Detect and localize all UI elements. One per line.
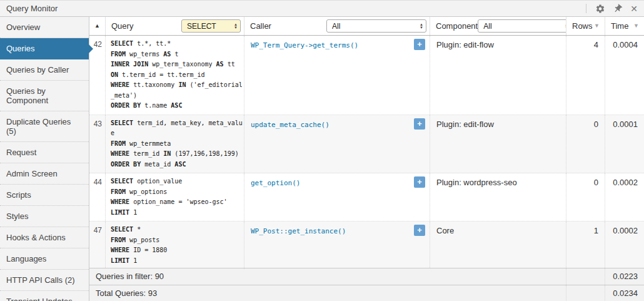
sidebar: Overview Queries Queries by Caller Queri… [0,17,89,301]
query-time: 0.0001 [605,115,644,173]
footer-rows-total [566,285,605,301]
caller-link[interactable]: WP_Post::get_instance() [251,227,346,235]
query-number: 44 [89,173,105,221]
sidebar-item-label: Admin Screen [6,169,58,178]
query-caller-cell: get_option() + [244,173,430,221]
sidebar-item-label: Styles [6,212,28,221]
query-caller-cell: update_meta_cache() + [244,115,430,173]
titlebar-divider [586,4,586,13]
footer-row: Queries in filter: 90 0.0223 [89,268,644,285]
footer-rows-total [566,268,605,285]
expand-caller-button[interactable]: + [414,39,425,50]
query-number: 47 [89,222,105,269]
sidebar-item-languages[interactable]: Languages [0,248,89,270]
query-sql: SELECT t.*, tt.*FROM wp_terms AS tINNER … [105,36,244,115]
settings-button[interactable] [595,4,605,14]
query-table-body: 42 SELECT t.*, tt.*FROM wp_terms AS tINN… [89,36,644,268]
header-time: Time ▼ [605,17,644,35]
query-time: 0.0004 [605,36,644,115]
sidebar-item-label: Hooks & Actions [6,233,66,242]
component-filter[interactable]: All [478,19,566,33]
titlebar: Query Monitor ✕ [0,1,644,17]
caller-link[interactable]: update_meta_cache() [251,121,330,129]
query-component: Core [430,222,566,269]
expand-caller-button[interactable]: + [414,225,425,236]
component-column-label: Component [430,21,478,31]
sidebar-item-queries-by-component[interactable]: Queries by Component [0,81,89,111]
rows-column-label: Rows [572,21,593,31]
footer-time-total: 0.0234 [605,285,644,301]
footer-row: Total Queries: 93 0.0234 [89,285,644,301]
time-column-label: Time [611,21,628,31]
panel-title: Query Monitor [6,4,58,13]
query-rows-count: 1 [566,222,605,269]
header-sort-column: ▲ [89,17,105,35]
footer-time-total: 0.0223 [605,268,644,285]
query-caller-cell: WP_Term_Query->get_terms() + [244,36,430,115]
titlebar-actions: ✕ [586,4,638,14]
sidebar-item-label: Overview [6,23,40,32]
time-sort-icon[interactable]: ▼ [632,22,640,30]
query-time: 0.0002 [605,173,644,221]
caller-link[interactable]: get_option() [251,179,300,187]
query-row: 47 SELECT *FROM wp_postsWHERE ID = 1880L… [89,222,644,269]
caller-filter[interactable]: All [326,19,426,33]
query-number: 43 [89,115,105,173]
pin-icon [613,4,623,14]
sidebar-item-styles[interactable]: Styles [0,206,89,227]
caller-link[interactable]: WP_Term_Query->get_terms() [251,41,358,49]
query-caller-cell: WP_Post::get_instance() + [244,222,430,269]
gear-icon [595,4,605,14]
sidebar-item-label: Scripts [6,190,31,200]
table-header-row: ▲ Query SELECT ▲▼ Caller All [89,17,644,36]
sidebar-item-overview[interactable]: Overview [0,17,89,38]
sidebar-item-label: Queries [6,44,35,53]
sidebar-item-hooks-actions[interactable]: Hooks & Actions [0,227,89,248]
query-row: 44 SELECT option_valueFROM wp_optionsWHE… [89,173,644,222]
sidebar-item-label: Queries by Component [6,86,48,105]
header-caller: Caller All ▲▼ [244,17,430,35]
query-type-filter[interactable]: SELECT [181,19,241,33]
footer-label: Queries in filter: 90 [89,268,566,285]
sidebar-item-admin-screen[interactable]: Admin Screen [0,163,89,185]
expand-caller-button[interactable]: + [414,118,425,130]
close-button[interactable]: ✕ [630,4,638,13]
sidebar-item-label: Queries by Caller [6,65,69,74]
sidebar-item-label: Request [6,148,36,157]
query-sql: SELECT option_valueFROM wp_optionsWHERE … [105,173,244,221]
query-sql: SELECT *FROM wp_postsWHERE ID = 1880LIMI… [105,222,244,269]
query-table-footer: Queries in filter: 90 0.0223 Total Queri… [89,268,644,301]
queries-table: ▲ Query SELECT ▲▼ Caller All [89,17,644,301]
sidebar-item-queries-by-caller[interactable]: Queries by Caller [0,59,89,81]
query-component: Plugin: wordpress-seo [430,173,566,221]
query-component: Plugin: edit-flow [430,36,566,115]
sort-asc-icon[interactable]: ▲ [93,22,101,30]
expand-caller-button[interactable]: + [414,176,425,188]
query-row: 43 SELECT term_id, meta_key, meta_valueF… [89,115,644,174]
sidebar-item-duplicate-queries-5[interactable]: Duplicate Queries (5) [0,111,89,142]
query-rows-count: 0 [566,115,605,173]
sidebar-item-label: Languages [6,254,46,263]
rows-sort-icon[interactable]: ▼ [593,22,601,30]
sidebar-item-transient-updates[interactable]: Transient Updates [0,291,89,301]
caller-column-label: Caller [244,21,271,31]
query-column-label: Query [106,21,133,31]
sidebar-item-label: Duplicate Queries (5) [6,117,71,136]
pin-button[interactable] [613,4,623,14]
query-time: 0.0002 [605,222,644,269]
footer-label: Total Queries: 93 [89,285,566,301]
query-component: Plugin: edit-flow [430,115,566,173]
header-rows: Rows ▼ [566,17,605,35]
sidebar-item-http-api-calls-2[interactable]: HTTP API Calls (2) [0,270,89,291]
panel-body: Overview Queries Queries by Caller Queri… [0,17,644,301]
query-rows-count: 0 [566,173,605,221]
sidebar-item-scripts[interactable]: Scripts [0,185,89,206]
sidebar-item-request[interactable]: Request [0,142,89,163]
query-row: 42 SELECT t.*, tt.*FROM wp_terms AS tINN… [89,36,644,115]
query-rows-count: 4 [566,36,605,115]
sidebar-item-label: Transient Updates [6,297,73,301]
sidebar-item-queries[interactable]: Queries [0,38,89,59]
sidebar-item-label: HTTP API Calls (2) [6,275,75,285]
query-sql: SELECT term_id, meta_key, meta_valueFROM… [105,115,244,173]
header-query: Query SELECT ▲▼ [105,17,244,35]
